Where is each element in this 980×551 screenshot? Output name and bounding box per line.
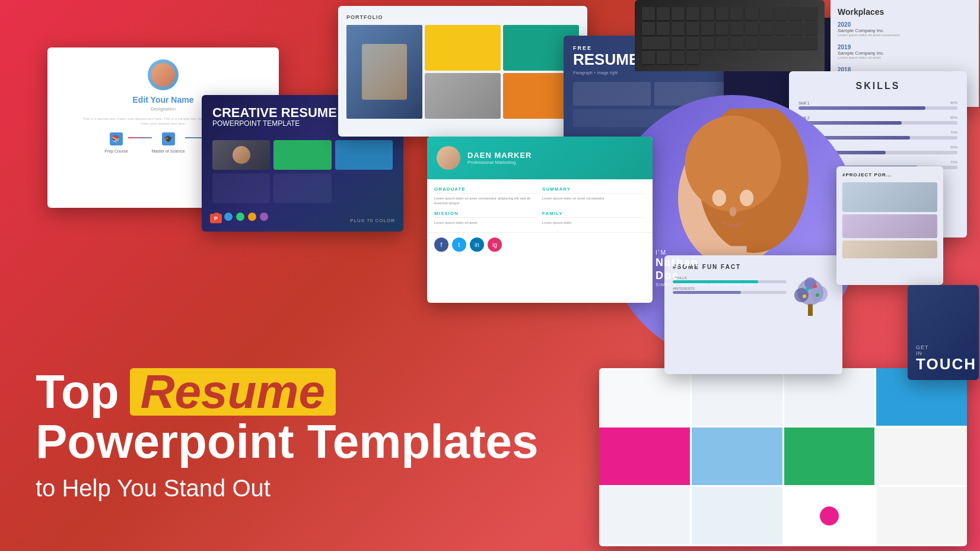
daen-body: Graduate Lorem ipsum dolor sit amet cons… — [427, 179, 653, 232]
bottom-cell-7 — [784, 428, 875, 485]
card-daen-marker[interactable]: Daen Marker Professional Marketing Gradu… — [427, 137, 653, 303]
creative-badge: P — [210, 214, 222, 223]
nathan-doe-text: I'M NathanDoe Simply Personal Presentati… — [656, 249, 753, 288]
timeline-item-2: 🎓 Master of Science — [152, 132, 185, 153]
skills-title: Skills — [798, 81, 957, 91]
fun-tree-icon — [787, 271, 834, 319]
hero-text-block: Top Resume Powerpoint Templates to Help … — [36, 368, 539, 504]
creative-cell-blue — [335, 140, 393, 170]
creative-cell-dark1 — [212, 173, 270, 203]
keyboard-image — [635, 0, 825, 71]
daen-social-icons: f t in ig — [427, 232, 653, 256]
creative-cell-photo — [212, 140, 270, 170]
creative-cell-green — [273, 140, 331, 170]
facebook-icon: f — [434, 238, 448, 252]
timeline-item-1: 📚 Prep Course — [104, 132, 128, 153]
card-bottom-templates[interactable] — [599, 368, 967, 546]
svg-point-4 — [740, 189, 753, 206]
svg-point-5 — [729, 207, 736, 216]
portfolio-feature-img — [346, 25, 422, 119]
daen-summary-section: Summary Lorem ipsum dolor sit amet conse… — [542, 186, 645, 206]
daen-mission-section: Mission Lorem ipsum dolor sit amet — [434, 211, 537, 225]
daen-avatar — [437, 146, 460, 170]
workplace-row-1: 2020 Sample Company Inc. Lorem ipsum dol… — [838, 21, 972, 38]
svg-point-14 — [813, 284, 817, 288]
nathan-name: NathanDoe — [656, 256, 753, 282]
touch-touch-text: ToUCH — [916, 356, 971, 372]
project-thumb-1 — [842, 182, 937, 212]
instagram-icon: ig — [488, 238, 502, 252]
creative-grid — [212, 140, 393, 203]
bottom-cell-6 — [692, 428, 782, 485]
hero-top-word: Top — [36, 368, 119, 416]
daen-family-section: Family Lorem ipsum dolor — [542, 211, 645, 225]
daen-name: Daen Marker — [467, 151, 532, 160]
svg-point-2 — [685, 115, 781, 211]
workplaces-title: Workplaces — [838, 7, 972, 17]
bottom-cell-1 — [599, 368, 690, 426]
linkedin-icon: in — [470, 238, 484, 252]
bottom-cell-11 — [820, 506, 839, 525]
bottom-cell-2 — [692, 368, 782, 426]
resume-name: Edit Your Name — [133, 95, 194, 104]
hero-line2: Powerpoint Templates — [36, 418, 539, 466]
project-thumb-2 — [842, 214, 937, 238]
twitter-icon: t — [452, 238, 466, 252]
bottom-cell-8 — [876, 428, 967, 485]
card-project-inner: #Project Por... — [836, 166, 943, 264]
bottom-cell-12 — [876, 487, 967, 544]
daen-graduate-section: Graduate Lorem ipsum dolor sit amet cons… — [434, 186, 537, 206]
card-touch-inner: Get In ToUCH — [908, 285, 979, 380]
hero-line1: Top Resume — [36, 368, 539, 416]
project-thumb-3 — [842, 240, 937, 258]
svg-point-3 — [712, 189, 726, 206]
portfolio-header: Portfolio — [346, 14, 579, 20]
portfolio-collage — [346, 25, 579, 121]
svg-rect-8 — [808, 304, 813, 316]
daen-title: Professional Marketing — [467, 160, 532, 165]
hero-highlight: Resume — [130, 368, 336, 416]
daen-header: Daen Marker Professional Marketing — [427, 137, 653, 179]
bottom-cell-9 — [599, 487, 690, 544]
svg-point-16 — [816, 293, 819, 297]
card-portfolio[interactable]: Portfolio — [338, 6, 587, 137]
hero-line3: to Help You Stand Out — [36, 473, 539, 504]
svg-point-15 — [803, 294, 806, 298]
workplace-row-2: 2019 Sample Company Inc. Lorem ipsum dol… — [838, 44, 972, 61]
resume-designation: Designation — [151, 106, 176, 112]
svg-point-13 — [806, 287, 809, 291]
bottom-cell-5 — [599, 428, 690, 485]
touch-get-text: Get — [916, 344, 971, 350]
bottom-cell-3 — [784, 368, 875, 426]
project-title: #Project Por... — [842, 172, 937, 178]
portfolio-img-yellow — [425, 25, 501, 71]
avatar — [148, 59, 179, 90]
card-get-in-touch[interactable]: Get In ToUCH — [908, 285, 979, 380]
bottom-cell-10 — [692, 487, 782, 544]
card-portfolio-inner: Portfolio — [338, 6, 587, 137]
portfolio-img-gray1 — [425, 73, 501, 119]
creative-plus-colors: Plus 70 Color — [350, 218, 395, 223]
keyboard-grid — [635, 0, 825, 71]
nathan-subtitle: Simply Personal Presentation — [656, 282, 753, 288]
creative-cell-dark2 — [273, 173, 331, 203]
card-project-portfolio[interactable]: #Project Por... — [836, 166, 943, 285]
